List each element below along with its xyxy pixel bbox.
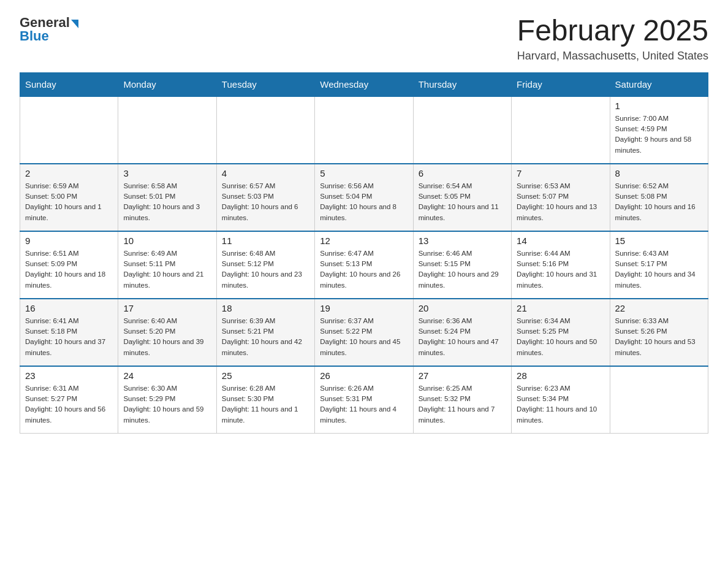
calendar-week-row: 9Sunrise: 6:51 AM Sunset: 5:09 PM Daylig… <box>20 231 708 299</box>
day-info: Sunrise: 6:30 AM Sunset: 5:29 PM Dayligh… <box>123 383 211 426</box>
calendar-cell: 4Sunrise: 6:57 AM Sunset: 5:03 PM Daylig… <box>216 164 314 231</box>
calendar-cell: 14Sunrise: 6:44 AM Sunset: 5:16 PM Dayli… <box>512 231 610 299</box>
day-number: 11 <box>222 236 309 246</box>
day-number: 3 <box>123 168 211 178</box>
calendar-cell <box>315 96 413 164</box>
day-info: Sunrise: 6:57 AM Sunset: 5:03 PM Dayligh… <box>222 181 309 223</box>
day-number: 1 <box>615 101 703 111</box>
calendar-cell: 11Sunrise: 6:48 AM Sunset: 5:12 PM Dayli… <box>216 231 314 299</box>
day-number: 6 <box>419 168 506 178</box>
day-of-week-header: Tuesday <box>216 72 314 96</box>
day-info: Sunrise: 6:53 AM Sunset: 5:07 PM Dayligh… <box>517 181 604 223</box>
day-info: Sunrise: 6:51 AM Sunset: 5:09 PM Dayligh… <box>25 248 113 291</box>
day-number: 9 <box>25 236 113 246</box>
day-number: 10 <box>123 236 211 246</box>
day-number: 18 <box>222 303 309 313</box>
logo-blue-text: Blue <box>20 28 49 44</box>
day-info: Sunrise: 6:39 AM Sunset: 5:21 PM Dayligh… <box>222 316 309 358</box>
calendar-week-row: 16Sunrise: 6:41 AM Sunset: 5:18 PM Dayli… <box>20 299 708 366</box>
calendar-cell: 16Sunrise: 6:41 AM Sunset: 5:18 PM Dayli… <box>20 299 118 366</box>
calendar-cell: 21Sunrise: 6:34 AM Sunset: 5:25 PM Dayli… <box>512 299 610 366</box>
calendar-table: SundayMondayTuesdayWednesdayThursdayFrid… <box>20 72 708 434</box>
calendar-cell: 24Sunrise: 6:30 AM Sunset: 5:29 PM Dayli… <box>118 366 216 434</box>
calendar-cell: 8Sunrise: 6:52 AM Sunset: 5:08 PM Daylig… <box>610 164 708 231</box>
day-number: 5 <box>320 168 408 178</box>
day-of-week-header: Thursday <box>413 72 511 96</box>
calendar-cell: 15Sunrise: 6:43 AM Sunset: 5:17 PM Dayli… <box>610 231 708 299</box>
day-info: Sunrise: 6:52 AM Sunset: 5:08 PM Dayligh… <box>615 181 703 223</box>
day-info: Sunrise: 6:47 AM Sunset: 5:13 PM Dayligh… <box>320 248 408 291</box>
day-info: Sunrise: 6:59 AM Sunset: 5:00 PM Dayligh… <box>25 181 113 223</box>
day-info: Sunrise: 6:37 AM Sunset: 5:22 PM Dayligh… <box>320 316 408 358</box>
calendar-cell: 25Sunrise: 6:28 AM Sunset: 5:30 PM Dayli… <box>216 366 314 434</box>
day-info: Sunrise: 6:26 AM Sunset: 5:31 PM Dayligh… <box>320 383 408 426</box>
day-number: 24 <box>123 370 211 381</box>
day-number: 20 <box>419 303 506 313</box>
title-section: February 2025 Harvard, Massachusetts, Un… <box>517 15 708 63</box>
day-info: Sunrise: 6:40 AM Sunset: 5:20 PM Dayligh… <box>123 316 211 358</box>
calendar-body: 1Sunrise: 7:00 AM Sunset: 4:59 PM Daylig… <box>20 96 708 434</box>
calendar-cell: 28Sunrise: 6:23 AM Sunset: 5:34 PM Dayli… <box>512 366 610 434</box>
day-info: Sunrise: 6:56 AM Sunset: 5:04 PM Dayligh… <box>320 181 408 223</box>
calendar-cell: 27Sunrise: 6:25 AM Sunset: 5:32 PM Dayli… <box>413 366 511 434</box>
day-info: Sunrise: 6:41 AM Sunset: 5:18 PM Dayligh… <box>25 316 113 358</box>
day-of-week-header: Sunday <box>20 72 118 96</box>
day-number: 22 <box>615 303 703 313</box>
day-info: Sunrise: 6:33 AM Sunset: 5:26 PM Dayligh… <box>615 316 703 358</box>
calendar-week-row: 23Sunrise: 6:31 AM Sunset: 5:27 PM Dayli… <box>20 366 708 434</box>
day-of-week-header: Wednesday <box>315 72 413 96</box>
calendar-cell <box>216 96 314 164</box>
day-number: 12 <box>320 236 408 246</box>
day-number: 15 <box>615 236 703 246</box>
calendar-cell: 2Sunrise: 6:59 AM Sunset: 5:00 PM Daylig… <box>20 164 118 231</box>
day-number: 23 <box>25 370 113 381</box>
day-number: 19 <box>320 303 408 313</box>
calendar-cell: 10Sunrise: 6:49 AM Sunset: 5:11 PM Dayli… <box>118 231 216 299</box>
day-number: 27 <box>419 370 506 381</box>
day-number: 14 <box>517 236 604 246</box>
day-number: 4 <box>222 168 309 178</box>
calendar-header: SundayMondayTuesdayWednesdayThursdayFrid… <box>20 72 708 96</box>
day-info: Sunrise: 6:49 AM Sunset: 5:11 PM Dayligh… <box>123 248 211 291</box>
day-info: Sunrise: 6:48 AM Sunset: 5:12 PM Dayligh… <box>222 248 309 291</box>
day-number: 21 <box>517 303 604 313</box>
day-number: 7 <box>517 168 604 178</box>
days-of-week-row: SundayMondayTuesdayWednesdayThursdayFrid… <box>20 72 708 96</box>
calendar-cell: 7Sunrise: 6:53 AM Sunset: 5:07 PM Daylig… <box>512 164 610 231</box>
calendar-week-row: 2Sunrise: 6:59 AM Sunset: 5:00 PM Daylig… <box>20 164 708 231</box>
calendar-cell: 20Sunrise: 6:36 AM Sunset: 5:24 PM Dayli… <box>413 299 511 366</box>
calendar-cell: 13Sunrise: 6:46 AM Sunset: 5:15 PM Dayli… <box>413 231 511 299</box>
calendar-cell: 18Sunrise: 6:39 AM Sunset: 5:21 PM Dayli… <box>216 299 314 366</box>
calendar-cell: 17Sunrise: 6:40 AM Sunset: 5:20 PM Dayli… <box>118 299 216 366</box>
day-of-week-header: Saturday <box>610 72 708 96</box>
day-info: Sunrise: 6:34 AM Sunset: 5:25 PM Dayligh… <box>517 316 604 358</box>
day-info: Sunrise: 6:25 AM Sunset: 5:32 PM Dayligh… <box>419 383 506 426</box>
day-info: Sunrise: 6:58 AM Sunset: 5:01 PM Dayligh… <box>123 181 211 223</box>
calendar-cell: 5Sunrise: 6:56 AM Sunset: 5:04 PM Daylig… <box>315 164 413 231</box>
page-header: General Blue February 2025 Harvard, Mass… <box>20 15 708 63</box>
day-info: Sunrise: 6:44 AM Sunset: 5:16 PM Dayligh… <box>517 248 604 291</box>
calendar-cell: 23Sunrise: 6:31 AM Sunset: 5:27 PM Dayli… <box>20 366 118 434</box>
day-of-week-header: Friday <box>512 72 610 96</box>
day-number: 2 <box>25 168 113 178</box>
calendar-cell <box>512 96 610 164</box>
day-info: Sunrise: 6:54 AM Sunset: 5:05 PM Dayligh… <box>419 181 506 223</box>
day-info: Sunrise: 6:31 AM Sunset: 5:27 PM Dayligh… <box>25 383 113 426</box>
calendar-cell <box>20 96 118 164</box>
day-info: Sunrise: 7:00 AM Sunset: 4:59 PM Dayligh… <box>615 113 703 156</box>
calendar-cell: 22Sunrise: 6:33 AM Sunset: 5:26 PM Dayli… <box>610 299 708 366</box>
day-number: 16 <box>25 303 113 313</box>
day-number: 25 <box>222 370 309 381</box>
day-info: Sunrise: 6:43 AM Sunset: 5:17 PM Dayligh… <box>615 248 703 291</box>
day-number: 17 <box>123 303 211 313</box>
calendar-cell: 26Sunrise: 6:26 AM Sunset: 5:31 PM Dayli… <box>315 366 413 434</box>
day-info: Sunrise: 6:36 AM Sunset: 5:24 PM Dayligh… <box>419 316 506 358</box>
day-number: 26 <box>320 370 408 381</box>
calendar-week-row: 1Sunrise: 7:00 AM Sunset: 4:59 PM Daylig… <box>20 96 708 164</box>
calendar-cell: 6Sunrise: 6:54 AM Sunset: 5:05 PM Daylig… <box>413 164 511 231</box>
calendar-cell <box>118 96 216 164</box>
day-number: 28 <box>517 370 604 381</box>
day-info: Sunrise: 6:23 AM Sunset: 5:34 PM Dayligh… <box>517 383 604 426</box>
calendar-cell: 19Sunrise: 6:37 AM Sunset: 5:22 PM Dayli… <box>315 299 413 366</box>
logo-arrow-icon <box>71 20 78 28</box>
